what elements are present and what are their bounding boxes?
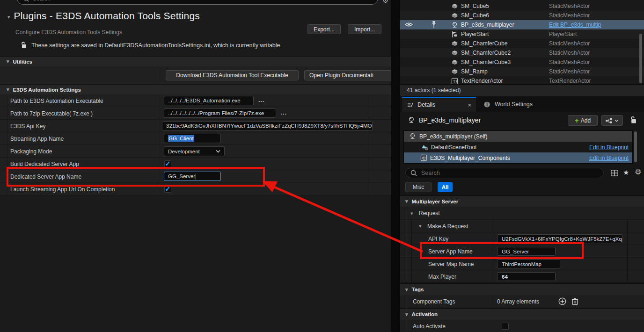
- download-executable-button[interactable]: Download E3DS Automation Tool Executable: [166, 70, 299, 80]
- details-tabbar: Details × World Settings: [400, 97, 644, 112]
- import-button[interactable]: Import...: [348, 24, 381, 34]
- e3ds-api-key-input[interactable]: 321be9AdK3iGvJhXHBN7fYwucF1dzVaSBfIkziFz…: [162, 121, 373, 130]
- outliner-row-selected[interactable]: BP_e3ds_multiplayer Edit BP_e3ds_multip: [400, 20, 644, 29]
- api-key-input[interactable]: U2FsdGVkX1+6IFxYPQIgCr8+KqWJF5kZ7E+qXq: [497, 234, 622, 243]
- config-file-note: These settings are saved in DefaultE3DSA…: [21, 42, 282, 49]
- array-elements-count: 0 Array elements: [497, 298, 539, 305]
- outliner-row[interactable]: SM_ChamferCube StaticMeshActor: [400, 39, 644, 48]
- details-settings-gear-icon[interactable]: ⚙: [635, 168, 641, 176]
- section-header-activation[interactable]: ▾ Activation: [400, 308, 644, 320]
- server-app-name-input[interactable]: GG_Server: [497, 247, 556, 256]
- indent-guide: [411, 220, 412, 283]
- plus-icon: +: [575, 116, 579, 124]
- component-row-self[interactable]: BP_e3ds_multiplayer (Self): [404, 131, 632, 142]
- launch-streaming-url-checkbox[interactable]: ✓: [164, 186, 171, 193]
- details-search-row: Search ★ ⚙: [400, 166, 644, 180]
- globe-icon: [483, 101, 490, 108]
- automation-exe-path-input[interactable]: ../../../../E3DS_Automation.exe: [164, 96, 254, 105]
- collapse-arrow-icon: ▾: [405, 198, 408, 204]
- search-icon: [410, 170, 417, 176]
- edit-in-blueprint-link[interactable]: Edit in Blueprint: [589, 155, 629, 161]
- svg-text:C: C: [422, 155, 425, 160]
- svg-text:T: T: [453, 79, 455, 84]
- close-tab-icon[interactable]: ×: [468, 101, 471, 108]
- unlocked-icon[interactable]: [630, 116, 637, 124]
- edit-blueprint-link[interactable]: Edit BP_e3ds_multip: [549, 22, 638, 28]
- settings-search-input[interactable]: Search: [17, 0, 378, 5]
- setting-row-7zip-path: Path to 7zip Executable( 7z.exe ) ../../…: [0, 107, 391, 120]
- collapse-arrow-icon: ▾: [410, 210, 413, 217]
- blueprint-actor-icon: [409, 133, 416, 140]
- component-row-default-scene-root[interactable]: C DefaultSceneRoot Edit in Blueprint: [404, 142, 632, 152]
- outliner-row[interactable]: SM_Cube6 StaticMeshActor: [400, 11, 644, 20]
- packaging-mode-dropdown[interactable]: Development: [164, 146, 225, 156]
- component-row-e3ds-multiplayer-components[interactable]: C E3DS_Multiplayer_Components Edit in Bl…: [404, 152, 632, 163]
- add-element-icon[interactable]: [558, 297, 566, 305]
- settings-search-placeholder: Search: [33, 0, 51, 2]
- add-component-button[interactable]: + Add: [568, 115, 598, 126]
- world-outliner-panel: SM_Cube5 StaticMeshActor SM_Cube6 Static…: [400, 0, 644, 84]
- open-plugin-documentation-button[interactable]: Open Plugin Documentati: [304, 70, 393, 80]
- dedicated-server-app-name-input[interactable]: GG_Server: [164, 172, 221, 181]
- chevron-down-icon: [216, 150, 220, 153]
- unreal-editor-window: Search ⚙ ▾ Plugins - E3DS Automation Too…: [0, 0, 644, 332]
- browse-button[interactable]: ...: [281, 109, 287, 116]
- selected-actor-name: BP_e3ds_multiplayer: [419, 116, 481, 124]
- blueprint-actor-icon: [408, 116, 415, 124]
- setting-row-launch-streaming-url: Launch Streaming App Url On Completion ✓: [0, 183, 391, 195]
- favorites-star-icon[interactable]: ★: [623, 168, 629, 177]
- tab-details[interactable]: Details ×: [402, 97, 476, 112]
- node-tree-icon: [606, 118, 612, 123]
- pin-icon[interactable]: [431, 21, 437, 29]
- settings-gear-icon[interactable]: ⚙: [382, 0, 388, 4]
- subsection-request[interactable]: ▾ Request: [400, 207, 644, 220]
- setting-row-dedicated-server-app-name: Dedicated Server App Name GG_Server: [0, 170, 391, 183]
- detail-row-auto-activate: Auto Activate: [400, 320, 644, 332]
- section-header-multiplayer-server[interactable]: ▾ Multiplayer Server: [400, 195, 644, 207]
- detail-row-component-tags: Component Tags 0 Array elements: [400, 295, 644, 308]
- outliner-row[interactable]: SM_ChamferCube2 StaticMeshActor: [400, 48, 644, 58]
- player-start-icon: [451, 31, 458, 38]
- scene-root-icon: C: [421, 144, 428, 151]
- subsection-make-a-request[interactable]: ▾ Make A Request: [400, 220, 644, 232]
- export-button[interactable]: Export...: [307, 24, 341, 34]
- page-title: Plugins - E3DS Automation Tools Settings: [14, 10, 200, 22]
- outliner-row[interactable]: SM_Ramp StaticMeshActor: [400, 67, 644, 76]
- selected-text: GG_Client: [168, 135, 194, 142]
- details-scrollbar[interactable]: [634, 131, 637, 162]
- static-mesh-icon: [451, 50, 458, 57]
- component-icon: C: [420, 154, 427, 161]
- outliner-row[interactable]: SM_Cube5 StaticMeshActor: [400, 1, 644, 11]
- tab-world-settings[interactable]: World Settings: [479, 97, 537, 112]
- streaming-app-name-input[interactable]: GG_Client: [164, 134, 221, 143]
- detail-row-server-map-name: Server Map Name ThirdPersonMap: [400, 258, 644, 270]
- outliner-scrollbar[interactable]: [639, 34, 642, 83]
- max-player-input[interactable]: 64: [497, 272, 556, 281]
- blueprint-hierarchy-button[interactable]: [601, 115, 623, 126]
- details-tab-icon: [407, 101, 414, 108]
- build-dedicated-server-checkbox[interactable]: ✓: [164, 160, 171, 167]
- auto-activate-checkbox[interactable]: [502, 323, 509, 330]
- trash-icon[interactable]: [571, 297, 578, 305]
- detail-row-server-app-name: Server App Name GG_Server: [400, 245, 644, 258]
- section-header-utilities[interactable]: ▾ Utilities: [0, 56, 391, 66]
- outliner-row[interactable]: T TextRenderActor TextRenderActor: [400, 76, 644, 84]
- filter-chip-all[interactable]: All: [438, 182, 453, 192]
- 7zip-path-input[interactable]: ../../../../../../../Program Files/7-Zip…: [164, 108, 276, 118]
- column-divider: [627, 220, 628, 283]
- visibility-eye-icon[interactable]: [405, 21, 413, 28]
- outliner-row[interactable]: PlayerStart PlayerStart: [400, 29, 644, 39]
- filter-chip-misc[interactable]: Misc: [405, 182, 432, 192]
- edit-in-blueprint-link[interactable]: Edit in Blueprint: [589, 144, 629, 151]
- checkmark-icon: ✓: [165, 160, 171, 167]
- section-header-tags[interactable]: ▾ Tags: [400, 283, 644, 295]
- grid-view-icon[interactable]: [611, 170, 618, 176]
- browse-button[interactable]: ...: [258, 97, 264, 103]
- text-caret: [196, 173, 196, 180]
- server-map-name-input[interactable]: ThirdPersonMap: [497, 260, 560, 268]
- outliner-row[interactable]: SM_ChamferCube3 StaticMeshActor: [400, 58, 644, 67]
- setting-row-api-key: E3DS Api Key 321be9AdK3iGvJhXHBN7fYwucF1…: [0, 120, 391, 132]
- details-search-input[interactable]: Search: [405, 168, 604, 178]
- collapse-arrow-icon[interactable]: ▾: [7, 14, 10, 20]
- section-header-automation-settings[interactable]: ▾ E3DS Automation Settings: [0, 84, 391, 94]
